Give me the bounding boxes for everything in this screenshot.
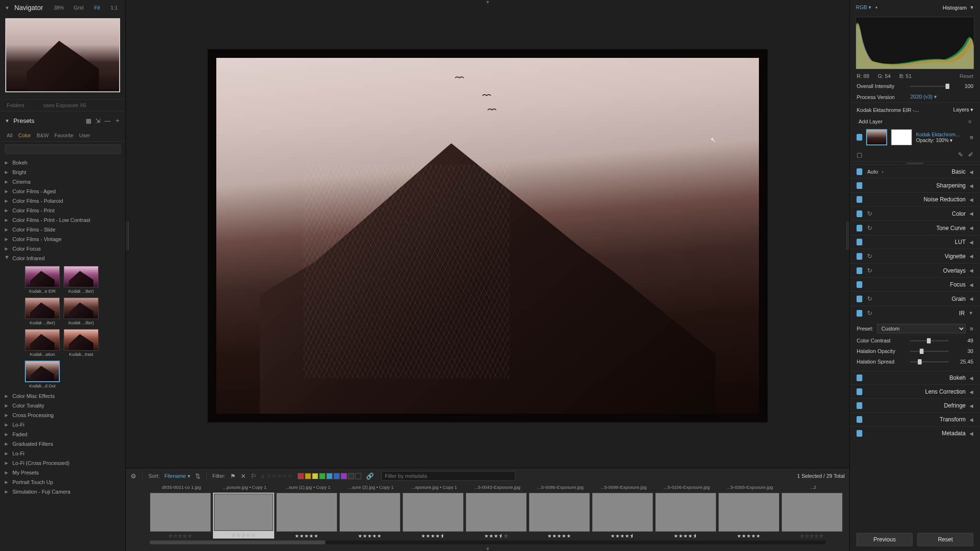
crop-icon[interactable]: ▢ <box>857 151 862 158</box>
color-chip[interactable] <box>312 473 318 479</box>
layer-visibility-toggle[interactable] <box>857 134 862 141</box>
left-panel-handle[interactable] <box>126 221 129 250</box>
sort-dropdown[interactable]: Filename ▾ <box>164 473 190 479</box>
filmstrip-thumbnail[interactable]: ★★★★⯨ <box>402 493 464 539</box>
metadata-filter-input[interactable] <box>381 471 515 481</box>
zoom-fit[interactable]: Fit <box>94 5 100 11</box>
color-chip[interactable] <box>334 473 340 479</box>
star-rating[interactable]: ★★★⯨☆ <box>466 533 527 539</box>
preset-category[interactable]: ▶Portrait Touch Up <box>0 477 125 487</box>
preset-category[interactable]: ▶Cinema <box>0 177 125 187</box>
panel-header-grain[interactable]: ↻Grain◀ <box>850 292 980 306</box>
star-rating[interactable]: ★★★★★ <box>529 533 590 539</box>
flag-pick-icon[interactable]: ⚑ <box>230 473 236 480</box>
thumbnail-image[interactable] <box>655 493 716 532</box>
top-panel-toggle[interactable]: ▼ <box>126 0 849 4</box>
brush-icon[interactable]: ✎ <box>958 151 963 158</box>
layer-mask-thumbnail[interactable] <box>891 129 912 145</box>
star-rating[interactable]: ☆☆☆☆☆ <box>781 533 843 539</box>
panel-toggle[interactable] <box>857 296 862 302</box>
layer-opacity[interactable]: Opacity: 100% ▾ <box>916 137 966 143</box>
preset-thumbnail[interactable] <box>64 298 99 319</box>
panel-header-sharpening[interactable]: Sharpening◀ <box>850 179 980 192</box>
preset-category[interactable]: ▶Color Films - Print <box>0 206 125 215</box>
previous-button[interactable]: Previous <box>857 533 913 546</box>
star-filter[interactable]: ≥ ☆☆☆☆☆ <box>261 473 293 479</box>
thumbnail-image[interactable] <box>339 493 401 532</box>
thumbnail-image[interactable] <box>592 493 653 532</box>
filmstrip-thumbnail[interactable]: ☆☆☆☆☆ <box>150 493 211 539</box>
preset-thumbnail[interactable] <box>25 266 60 287</box>
minus-icon[interactable]: — <box>104 117 111 124</box>
filter-favorite[interactable]: Favorite <box>55 132 74 139</box>
flag-unflagged-icon[interactable]: ⚐ <box>251 473 256 480</box>
star-rating[interactable]: ☆☆☆☆☆ <box>150 533 211 539</box>
process-version-dropdown[interactable]: 2020 (v3) ▾ <box>910 94 937 100</box>
zoom-grid[interactable]: Grid <box>74 5 84 11</box>
gear-icon[interactable]: ⚙ <box>131 473 136 480</box>
preset-category[interactable]: ▶Color Infrared <box>0 253 125 263</box>
panel-toggle[interactable] <box>857 430 862 437</box>
panel-toggle[interactable] <box>857 168 862 175</box>
panel-header-focus[interactable]: Focus◀ <box>850 278 980 291</box>
flag-reject-icon[interactable]: ✕ <box>241 473 246 480</box>
preset-category[interactable]: ▶Lo-Fi <box>0 449 125 458</box>
star-rating[interactable]: ★★★★★ <box>718 533 780 539</box>
preset-thumbnail[interactable] <box>64 266 99 287</box>
menu-icon[interactable]: ≡ <box>969 134 973 141</box>
filter-user[interactable]: User <box>79 132 90 139</box>
panel-header-bokeh[interactable]: Bokeh◀ <box>850 371 980 385</box>
ir-preset-select[interactable]: Custom <box>877 324 966 333</box>
preset-category[interactable]: ▶Color Tonality <box>0 401 125 410</box>
link-icon[interactable]: 🔗 <box>366 473 374 480</box>
preset-thumbnail[interactable] <box>25 298 60 319</box>
filmstrip-thumbnail[interactable]: ★★★★⯨ <box>592 493 653 539</box>
add-layer-button[interactable]: Add Layer≡ <box>850 117 980 126</box>
panel-header-color[interactable]: ↻Color◀ <box>850 207 980 220</box>
grid-view-icon[interactable]: ▦ <box>86 117 91 124</box>
panel-header-metadata[interactable]: Metadata◀ <box>850 427 980 440</box>
thumbnail-image[interactable] <box>781 493 843 532</box>
panel-toggle[interactable] <box>857 281 862 288</box>
zoom-1to1[interactable]: 1:1 <box>111 5 118 11</box>
preset-category[interactable]: ▶Graduated Filters <box>0 439 125 449</box>
preset-category[interactable]: ▶Color Focus <box>0 244 125 253</box>
preset-category[interactable]: ▶Cross Processing <box>0 410 125 420</box>
color-chip[interactable] <box>348 473 354 479</box>
thumbnail-image[interactable] <box>529 493 590 532</box>
panel-header-transform[interactable]: Transform◀ <box>850 413 980 426</box>
preset-category[interactable]: ▶Color Films - Aged <box>0 187 125 196</box>
preset-thumbnail[interactable] <box>64 329 99 351</box>
filmstrip-thumbnail[interactable]: ★★★★⯨ <box>655 493 716 539</box>
panel-header-vignette[interactable]: ↻Vignette◀ <box>850 249 980 263</box>
panel-toggle[interactable] <box>857 210 862 217</box>
layer-item[interactable]: Kodak Ektachrom... Opacity: 100% ▾ ≡ <box>850 126 980 148</box>
reset-icon[interactable]: ↻ <box>867 295 872 302</box>
filmstrip-thumbnail[interactable]: ☆☆☆☆☆ <box>213 493 274 539</box>
plus-icon[interactable]: ＋ <box>114 116 121 125</box>
histogram[interactable] <box>856 17 974 69</box>
filmstrip-thumbnail[interactable]: ★★★⯨☆ <box>466 493 527 539</box>
collapse-icon[interactable]: ▼ <box>5 5 10 11</box>
panel-toggle[interactable] <box>857 196 862 203</box>
main-image[interactable]: ↖ <box>216 58 759 414</box>
star-rating[interactable]: ☆☆☆☆☆ <box>214 532 273 538</box>
channel-dropdown[interactable]: RGB ▾ <box>856 4 871 11</box>
panel-header-noise-reduction[interactable]: Noise Reduction◀ <box>850 193 980 206</box>
panel-header-basic[interactable]: Auto▪Basic◀ <box>850 165 980 178</box>
color-chip[interactable] <box>298 473 304 479</box>
menu-icon[interactable]: ≡ <box>969 325 973 332</box>
panel-toggle[interactable] <box>857 375 862 381</box>
collapse-icon[interactable]: ▼ <box>5 118 10 123</box>
filter-all[interactable]: All <box>7 132 12 139</box>
navigator-thumbnail[interactable] <box>5 18 120 92</box>
thumbnail-image[interactable] <box>466 493 527 532</box>
preset-thumbnail[interactable] <box>25 329 60 351</box>
filmstrip-thumbnail[interactable]: ★★★★★ <box>718 493 780 539</box>
preset-category[interactable]: ▶Color Films - Print - Low Contrast <box>0 215 125 225</box>
preset-search-input[interactable] <box>5 144 121 154</box>
panel-toggle[interactable] <box>857 402 862 409</box>
thumbnail-image[interactable] <box>402 493 464 532</box>
reset-icon[interactable]: ↻ <box>867 210 872 217</box>
color-chip[interactable] <box>305 473 311 479</box>
